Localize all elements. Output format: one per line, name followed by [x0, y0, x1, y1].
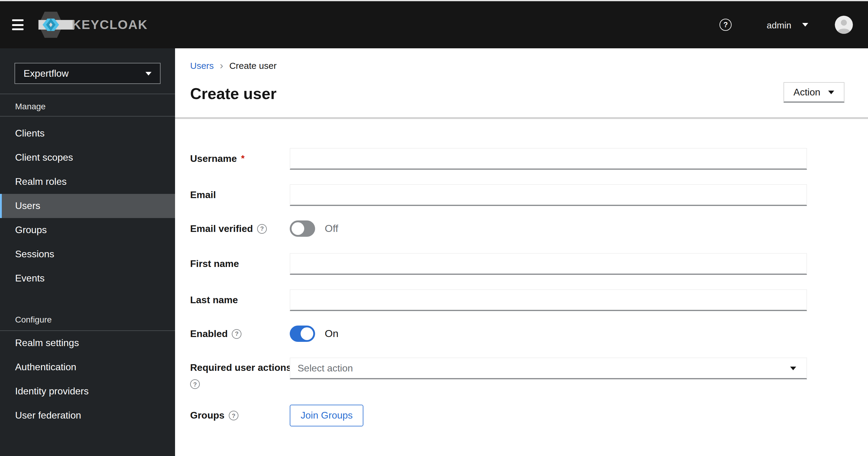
- username-input[interactable]: [290, 148, 807, 170]
- sidebar-item-sessions[interactable]: Sessions: [0, 242, 175, 266]
- sidebar-item-label: Clients: [15, 128, 45, 139]
- sidebar-item-client-scopes[interactable]: Client scopes: [0, 146, 175, 170]
- keycloak-logo-icon: [36, 10, 74, 40]
- nav-section-configure: Configure Realm settings Authentication …: [0, 290, 175, 428]
- page-header: Users › Create user Create user Action: [175, 48, 868, 117]
- user-menu-dropdown[interactable]: admin: [767, 20, 808, 30]
- last-name-label: Last name: [190, 295, 290, 306]
- chevron-right-icon: ›: [220, 61, 223, 70]
- sidebar-item-label: Realm settings: [15, 338, 79, 348]
- sidebar-item-realm-settings[interactable]: Realm settings: [0, 331, 175, 355]
- label-text: Email verified: [190, 223, 253, 234]
- email-input[interactable]: [290, 184, 807, 206]
- question-circle-icon[interactable]: ?: [257, 224, 267, 233]
- chevron-down-icon: [828, 90, 834, 94]
- realm-selector-dropdown[interactable]: Expertflow: [14, 63, 161, 84]
- form-row-last-name: Last name: [190, 289, 868, 311]
- sidebar-item-label: Authentication: [15, 362, 76, 373]
- question-circle-icon[interactable]: ?: [232, 329, 242, 339]
- sidebar-item-label: Events: [15, 273, 45, 284]
- sidebar-item-label: Realm roles: [15, 176, 67, 187]
- username: admin: [767, 20, 791, 30]
- username-label: Username *: [190, 153, 290, 164]
- masthead: KEYCLOAK ? admin: [0, 1, 868, 48]
- nav-items: Clients Client scopes Realm roles Users …: [0, 117, 175, 290]
- avatar[interactable]: [835, 16, 853, 34]
- hamburger-menu-icon[interactable]: [10, 17, 26, 33]
- sidebar-item-user-federation[interactable]: User federation: [0, 403, 175, 428]
- realm-section: Expertflow: [0, 48, 175, 94]
- brand-text: KEYCLOAK: [72, 18, 148, 32]
- label-text: Groups: [190, 410, 224, 421]
- sidebar-item-clients[interactable]: Clients: [0, 121, 175, 146]
- chevron-down-icon: [802, 23, 808, 27]
- nav-items: Realm settings Authentication Identity p…: [0, 331, 175, 428]
- sidebar-item-label: Identity providers: [15, 386, 89, 397]
- keycloak-logo: KEYCLOAK: [36, 10, 148, 40]
- chevron-down-icon: [790, 367, 796, 370]
- hamburger-bar: [12, 28, 24, 30]
- label-text: Required user actions: [190, 362, 291, 373]
- toggle-knob: [301, 327, 313, 340]
- help-icon[interactable]: ?: [719, 19, 732, 31]
- sidebar-item-authentication[interactable]: Authentication: [0, 355, 175, 379]
- label-text: Enabled: [190, 328, 227, 339]
- masthead-right: ? admin: [719, 16, 853, 34]
- realm-name: Expertflow: [24, 68, 68, 79]
- question-circle-icon[interactable]: ?: [190, 379, 200, 389]
- enabled-toggle[interactable]: [290, 325, 315, 342]
- avatar-icon: [835, 16, 853, 34]
- groups-label: Groups ?: [190, 410, 290, 421]
- select-placeholder: Select action: [298, 363, 353, 374]
- sidebar-item-events[interactable]: Events: [0, 266, 175, 290]
- first-name-label: First name: [190, 258, 290, 269]
- sidebar-item-label: Sessions: [15, 249, 54, 260]
- enabled-label: Enabled ?: [190, 328, 290, 339]
- sidebar-item-identity-providers[interactable]: Identity providers: [0, 379, 175, 403]
- main-content: Users › Create user Create user Action U…: [175, 48, 868, 456]
- required-user-actions-label: Required user actions ?: [190, 358, 290, 389]
- breadcrumb: Users › Create user: [190, 60, 853, 71]
- required-user-actions-select[interactable]: Select action: [290, 358, 807, 379]
- sidebar-item-realm-roles[interactable]: Realm roles: [0, 170, 175, 194]
- sidebar-item-groups[interactable]: Groups: [0, 218, 175, 242]
- keycloak-admin-console: KEYCLOAK ? admin Expertflow: [0, 0, 868, 456]
- breadcrumb-link-users[interactable]: Users: [190, 60, 214, 71]
- sidebar-item-label: Users: [15, 201, 40, 211]
- page-title: Create user: [190, 84, 853, 103]
- form-row-email-verified: Email verified ? Off: [190, 221, 868, 237]
- email-verified-toggle[interactable]: [290, 221, 315, 237]
- required-asterisk: *: [241, 152, 245, 163]
- last-name-input[interactable]: [290, 289, 807, 311]
- email-label: Email: [190, 190, 290, 201]
- label-text: Email: [190, 190, 216, 201]
- hamburger-bar: [12, 24, 24, 26]
- email-verified-state: Off: [325, 223, 338, 235]
- nav-section-title: Manage: [0, 94, 175, 117]
- form-row-enabled: Enabled ? On: [190, 325, 868, 342]
- sidebar-item-label: User federation: [15, 410, 81, 421]
- action-button-label: Action: [794, 87, 820, 97]
- toggle-knob: [291, 222, 304, 235]
- enabled-state: On: [325, 327, 338, 340]
- action-dropdown-button[interactable]: Action: [783, 82, 844, 103]
- label-text: Username: [190, 153, 237, 164]
- sidebar-item-label: Client scopes: [15, 152, 73, 163]
- question-circle-icon[interactable]: ?: [229, 411, 239, 420]
- sidebar-item-label: Groups: [15, 225, 47, 235]
- label-text: Last name: [190, 295, 238, 306]
- form-row-first-name: First name: [190, 253, 868, 275]
- form-row-username: Username *: [190, 148, 868, 170]
- sidebar-item-users[interactable]: Users: [0, 194, 175, 218]
- hamburger-bar: [12, 19, 24, 21]
- label-text: First name: [190, 258, 239, 269]
- join-groups-button[interactable]: Join Groups: [290, 405, 364, 426]
- create-user-form: Username * Email Email verified ?: [175, 119, 868, 426]
- form-row-email: Email: [190, 184, 868, 206]
- chevron-down-icon: [146, 72, 152, 75]
- email-verified-label: Email verified ?: [190, 223, 290, 234]
- form-row-groups: Groups ? Join Groups: [190, 405, 868, 426]
- form-row-required-user-actions: Required user actions ? Select action: [190, 358, 868, 389]
- first-name-input[interactable]: [290, 253, 807, 275]
- sidebar: Expertflow Manage Clients Client scopes …: [0, 48, 175, 456]
